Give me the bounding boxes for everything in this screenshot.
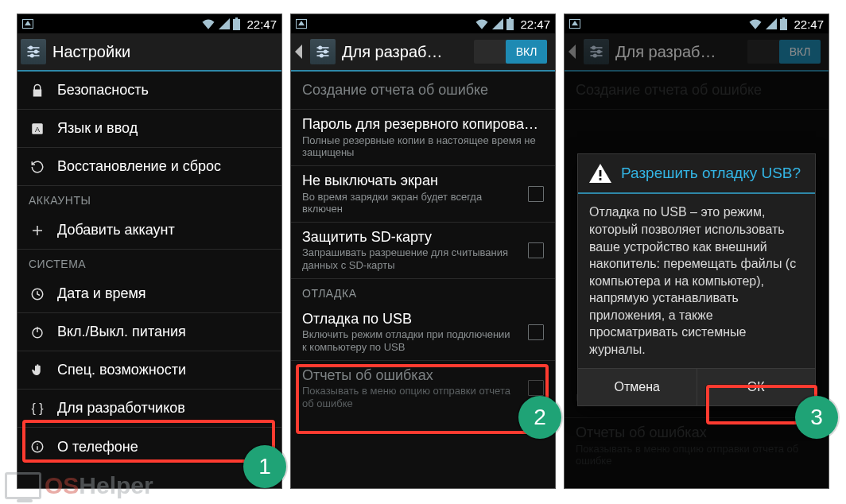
svg-rect-26 <box>780 19 787 30</box>
row-language[interactable]: A Язык и ввод <box>17 110 281 148</box>
status-bar: 22:47 <box>565 14 829 33</box>
row-about[interactable]: О телефоне <box>17 428 281 466</box>
row-sub: Полные резервные копии в настоящее время… <box>302 134 544 159</box>
checkbox[interactable] <box>528 186 544 202</box>
ok-button[interactable]: ОК <box>697 369 816 405</box>
row-add-account[interactable]: Добавить аккаунт <box>17 211 281 250</box>
row-label: Отладка по USB <box>302 311 517 328</box>
page-title: Для разраб… <box>342 43 468 61</box>
row-security[interactable]: Безопасность <box>17 72 281 110</box>
section-system: СИСТЕМА <box>17 250 281 275</box>
status-clock: 22:47 <box>246 17 277 31</box>
language-icon: A <box>29 122 46 136</box>
row-backup[interactable]: Восстановление и сброс <box>17 148 281 186</box>
row-label: Добавить аккаунт <box>57 222 270 238</box>
row-label: Вкл./Выкл. питания <box>57 324 270 340</box>
row-label: Восстановление и сброс <box>57 158 270 175</box>
row-label: Язык и ввод <box>57 120 270 137</box>
signal-icon <box>766 18 777 29</box>
lock-icon <box>29 83 46 98</box>
svg-rect-19 <box>509 17 511 19</box>
row-bugreport[interactable]: Создание отчета об ошибке <box>291 72 555 110</box>
svg-point-23 <box>319 46 321 48</box>
wifi-icon <box>201 18 215 29</box>
svg-point-24 <box>324 50 327 52</box>
svg-rect-0 <box>233 19 240 30</box>
plus-icon <box>29 223 46 238</box>
step-badge-3: 3 <box>795 396 838 439</box>
battery-icon <box>780 17 787 30</box>
svg-point-6 <box>35 50 37 52</box>
settings-list[interactable]: Безопасность A Язык и ввод Восстановлени… <box>17 72 281 488</box>
picture-icon <box>569 19 580 29</box>
row-sub: Во время зарядки экран будет всегда вклю… <box>302 191 517 215</box>
dialog-body-text: Отладка по USB – это режим, который позв… <box>578 194 815 367</box>
row-sub: Показывать в меню опцию отправки отчета … <box>302 385 517 409</box>
phone-screenshot-1: 22:47 Настройки Безопасность A Язык и вв… <box>17 14 281 488</box>
wifi-icon <box>748 18 763 29</box>
phone-screenshot-3: 22:47 Для разраб… ВКЛ Создание отчета об… <box>565 14 829 488</box>
checkbox[interactable] <box>528 242 544 258</box>
page-title: Для разраб… <box>615 43 741 61</box>
back-icon[interactable] <box>294 45 304 59</box>
dialog-title-text: Разрешить отладку USB? <box>621 165 801 182</box>
checkbox[interactable] <box>528 324 544 340</box>
modal-backdrop: Разрешить отладку USB? Отладка по USB – … <box>565 72 829 488</box>
picture-icon <box>296 19 307 29</box>
signal-icon <box>219 18 230 29</box>
svg-rect-1 <box>235 17 238 19</box>
section-accounts: АККАУНТЫ <box>17 186 281 211</box>
svg-point-7 <box>31 54 33 56</box>
battery-icon <box>506 17 514 30</box>
row-accessibility[interactable]: Спец. возможности <box>17 351 281 390</box>
phone-screenshot-2: 22:47 Для разраб… ВКЛ Создание отчета об… <box>291 14 555 488</box>
svg-point-33 <box>594 54 596 56</box>
row-sub: Включить режим отладки при подключении к… <box>302 328 517 353</box>
clock-icon <box>29 287 46 301</box>
row-backup-password[interactable]: Пароль для резервного копирования Полные… <box>291 110 555 166</box>
warning-icon <box>589 164 611 183</box>
action-bar: Для разраб… ВКЛ <box>291 33 555 72</box>
row-datetime[interactable]: Дата и время <box>17 275 281 313</box>
row-power[interactable]: Вкл./Выкл. питания <box>17 313 281 351</box>
row-label: Спец. возможности <box>57 362 270 378</box>
svg-rect-34 <box>600 170 602 176</box>
status-bar: 22:47 <box>291 14 555 33</box>
svg-rect-35 <box>600 178 602 180</box>
master-toggle[interactable]: ВКЛ <box>747 40 821 64</box>
master-toggle[interactable]: ВКЛ <box>474 40 547 64</box>
step-badge-2: 2 <box>518 396 561 439</box>
row-label: Безопасность <box>57 82 270 99</box>
row-stay-awake[interactable]: Не выключать экран Во время зарядки экра… <box>291 166 555 223</box>
svg-point-5 <box>29 46 32 48</box>
row-label: Не выключать экран <box>302 173 517 189</box>
svg-point-31 <box>592 46 595 48</box>
braces-icon: { } <box>29 401 46 416</box>
row-protect-sd[interactable]: Защитить SD-карту Запрашивать разрешение… <box>291 223 555 279</box>
hand-icon <box>29 363 46 378</box>
row-developer[interactable]: { } Для разработчиков <box>17 390 281 428</box>
row-sub: Запрашивать разрешение для считывания да… <box>302 246 517 271</box>
row-usb-debugging[interactable]: Отладка по USB Включить режим отладки пр… <box>291 304 555 361</box>
wifi-icon <box>475 18 489 29</box>
back-icon[interactable] <box>568 45 577 59</box>
page-title: Настройки <box>52 43 278 61</box>
restore-icon <box>29 160 46 174</box>
action-bar: Настройки <box>17 33 281 72</box>
row-error-reports[interactable]: Отчеты об ошибках Показывать в меню опци… <box>291 361 555 417</box>
status-clock: 22:47 <box>520 17 550 31</box>
picture-icon <box>22 19 33 29</box>
power-icon <box>29 325 46 339</box>
svg-point-32 <box>598 50 600 52</box>
svg-point-25 <box>320 54 323 56</box>
checkbox[interactable] <box>528 380 544 396</box>
cancel-button[interactable]: Отмена <box>578 369 697 405</box>
svg-rect-27 <box>782 17 785 19</box>
section-debug: ОТЛАДКА <box>291 279 555 304</box>
status-clock: 22:47 <box>794 17 824 31</box>
svg-text:A: A <box>35 125 40 133</box>
row-label: Создание отчета об ошибке <box>302 82 544 99</box>
developer-list[interactable]: Создание отчета об ошибке Пароль для рез… <box>291 72 555 488</box>
battery-icon <box>233 17 240 30</box>
settings-icon <box>21 39 46 64</box>
